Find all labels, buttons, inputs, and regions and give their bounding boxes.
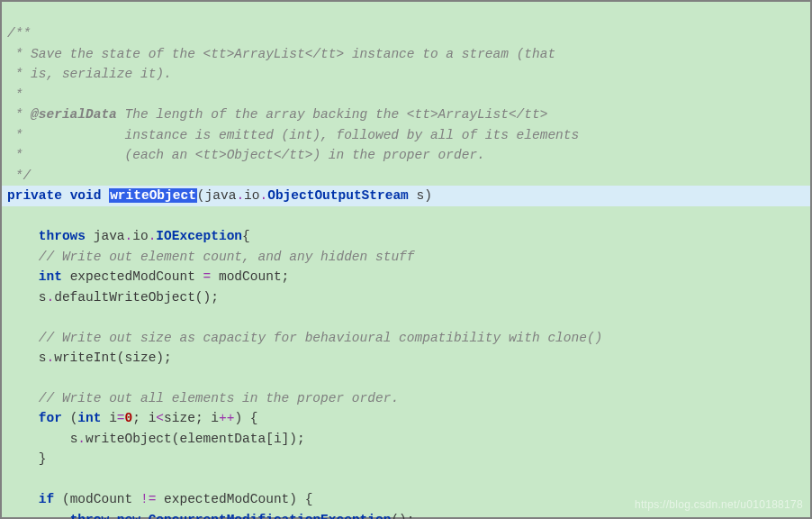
javadoc-line: * (each an <tt>Object</tt>) in the prope…: [7, 148, 485, 162]
code-block: /** * Save the state of the <tt>ArrayLis…: [0, 0, 812, 519]
comment-line: // Write out all elements in the proper …: [39, 391, 399, 405]
method-signature: private void writeObject(java.io.ObjectO…: [2, 186, 810, 205]
javadoc-line: */: [7, 168, 31, 183]
javadoc-line: * is, serialize it).: [7, 67, 172, 81]
comment-line: // Write out size as capacity for behavi…: [39, 331, 603, 345]
javadoc-line: *: [7, 87, 23, 102]
watermark: https://blog.csdn.net/u010188178: [635, 496, 803, 514]
javadoc-line: * Save the state of the <tt>ArrayList</t…: [7, 47, 555, 61]
comment-line: // Write out element count, and any hidd…: [39, 250, 415, 264]
javadoc-line: /**: [7, 26, 31, 41]
method-name-highlight: writeObject: [109, 188, 197, 203]
javadoc-line: * instance is emitted (int), followed by…: [7, 128, 579, 142]
javadoc-line: * @serialData The length of the array ba…: [7, 107, 547, 122]
throws-keyword: throws: [39, 229, 86, 243]
